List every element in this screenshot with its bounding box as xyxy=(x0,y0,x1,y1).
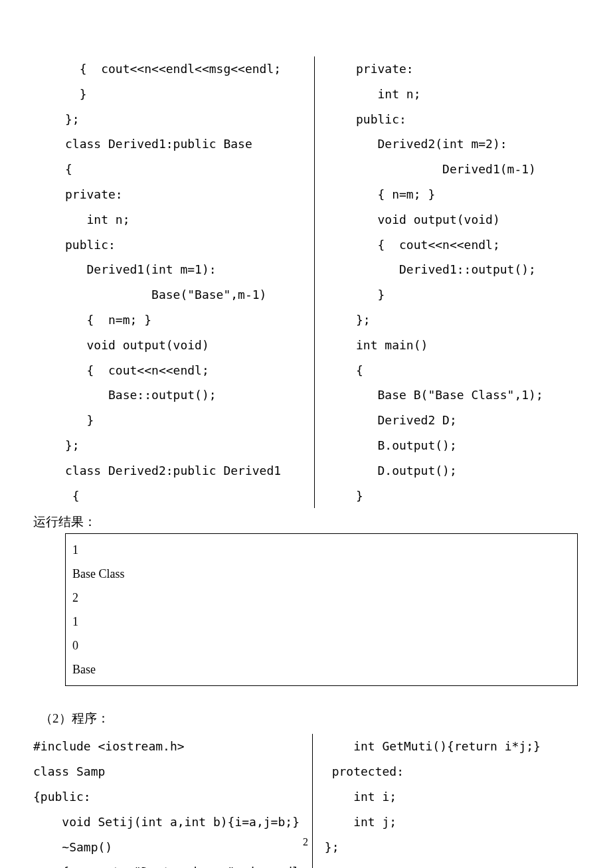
section2-label: （2）程序： xyxy=(40,710,578,727)
code-left-col: { cout<<n<<endl<<msg<<endl; } }; class D… xyxy=(65,56,315,508)
result-line: Base xyxy=(72,657,570,681)
result-line: 2 xyxy=(72,586,570,610)
result-box: 1 Base Class 2 1 0 Base xyxy=(65,533,578,686)
result-label: 运行结果： xyxy=(33,513,578,531)
page-number: 2 xyxy=(0,836,611,848)
result-line: Base Class xyxy=(72,562,570,586)
result-line: 1 xyxy=(72,610,570,634)
result-line: 0 xyxy=(72,634,570,657)
code-block-1: { cout<<n<<endl<<msg<<endl; } }; class D… xyxy=(65,56,578,508)
code-right-col: private: int n; public: Derived2(int m=2… xyxy=(315,56,578,508)
result-line: 1 xyxy=(72,538,570,562)
